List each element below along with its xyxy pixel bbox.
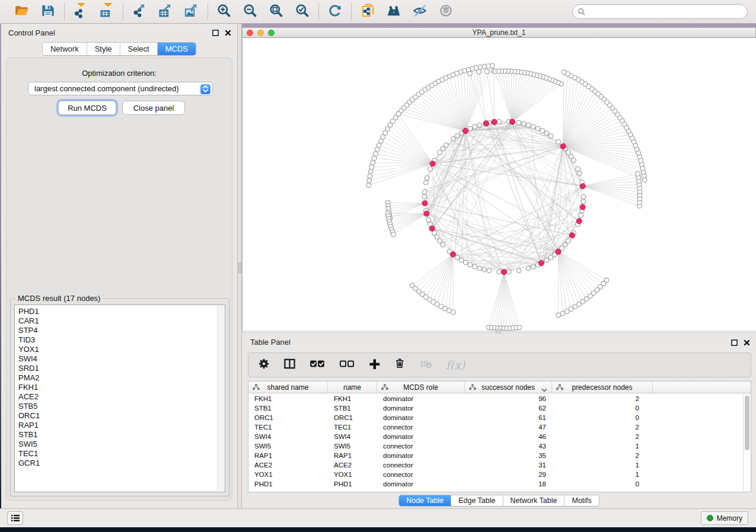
table-cell[interactable]: STB1 — [248, 403, 328, 413]
network-graph[interactable] — [243, 38, 756, 331]
import-table-button[interactable] — [98, 4, 115, 20]
result-node-item[interactable]: SWI5 — [15, 440, 225, 449]
table-cell[interactable] — [645, 432, 743, 441]
close-panel-button[interactable]: Close panel — [122, 101, 185, 115]
table-cell[interactable]: 47 — [465, 422, 552, 432]
table-row-ORC1[interactable]: ORC1ORC1dominator610 — [248, 413, 743, 422]
close-table-panel-icon[interactable] — [744, 338, 750, 348]
search-input[interactable] — [588, 8, 742, 16]
network-window-titlebar[interactable]: YPA_prune.txt_1 — [242, 27, 756, 38]
split-view-button[interactable] — [284, 358, 295, 372]
result-node-item[interactable]: SRD1 — [15, 364, 225, 373]
table-cell[interactable]: 0 — [552, 403, 645, 413]
table-cell[interactable] — [645, 413, 743, 422]
result-node-item[interactable]: YOX1 — [15, 345, 225, 354]
table-cell[interactable]: FKH1 — [328, 394, 377, 403]
tab-select[interactable]: Select — [120, 43, 157, 55]
result-node-item[interactable]: ORC1 — [15, 411, 225, 421]
table-cell[interactable]: dominator — [377, 413, 465, 422]
column-header-shared-name[interactable]: shared name — [248, 382, 328, 393]
binoculars-button[interactable] — [385, 4, 402, 20]
document-network-button[interactable] — [359, 4, 376, 20]
table-cell[interactable]: dominator — [377, 451, 465, 460]
eye-button[interactable] — [438, 4, 454, 20]
gear-button[interactable] — [258, 358, 270, 372]
result-list-scrollbar[interactable] — [217, 306, 224, 491]
table-cell[interactable]: dominator — [377, 432, 465, 441]
table-tab-edge-table[interactable]: Edge Table — [451, 495, 502, 506]
table-cell[interactable]: YOX1 — [328, 470, 377, 479]
result-node-item[interactable]: GCR1 — [15, 459, 225, 468]
save-session-button[interactable] — [40, 4, 56, 20]
column-header-name[interactable]: name — [328, 382, 377, 393]
table-cell[interactable]: 0 — [552, 479, 645, 489]
result-node-item[interactable]: STB1 — [15, 430, 225, 440]
column-header-predecessor-nodes[interactable]: predecessor nodes — [552, 382, 653, 393]
table-row-PHD1[interactable]: PHD1PHD1dominator180 — [248, 479, 743, 489]
table-row-SWI5[interactable]: SWI5SWI5connector431 — [248, 441, 743, 451]
table-cell[interactable]: 29 — [465, 470, 552, 479]
refresh-button[interactable] — [327, 4, 343, 20]
table-cell[interactable]: connector — [377, 470, 465, 479]
table-cell[interactable]: SWI5 — [248, 441, 328, 451]
export-image-button[interactable] — [183, 4, 200, 20]
table-cell[interactable] — [645, 403, 743, 413]
result-node-item[interactable]: FKH1 — [15, 383, 225, 392]
zoom-fit-button[interactable] — [268, 4, 285, 20]
table-cell[interactable]: 18 — [465, 479, 552, 489]
vertical-splitter[interactable] — [237, 24, 242, 508]
result-node-item[interactable]: ACE2 — [15, 392, 225, 402]
table-cell[interactable] — [645, 422, 743, 432]
vertical-splitter-handle[interactable] — [238, 262, 241, 273]
deselect-all-button[interactable] — [339, 356, 355, 374]
table-cell[interactable]: PHD1 — [328, 479, 377, 489]
result-node-item[interactable]: TEC1 — [15, 449, 225, 459]
table-cell[interactable]: TEC1 — [248, 422, 328, 432]
hide-view-button[interactable] — [412, 4, 428, 20]
table-cell[interactable] — [645, 451, 743, 460]
table-cell[interactable]: 1 — [552, 460, 645, 470]
result-node-item[interactable]: PMA2 — [15, 373, 225, 383]
table-row-YOX1[interactable]: YOX1YOX1connector291 — [248, 470, 743, 479]
table-cell[interactable]: 2 — [552, 394, 645, 403]
column-header-successor-nodes[interactable]: successor nodes — [465, 382, 552, 393]
result-node-item[interactable]: RAP1 — [15, 421, 225, 430]
table-cell[interactable]: 61 — [465, 413, 552, 422]
table-cell[interactable]: STB1 — [328, 403, 377, 413]
task-history-button[interactable] — [7, 511, 23, 525]
result-node-item[interactable]: STP4 — [15, 326, 225, 335]
table-cell[interactable]: connector — [377, 460, 465, 470]
table-cell[interactable]: 2 — [552, 451, 645, 460]
table-cell[interactable]: 46 — [465, 432, 552, 441]
table-cell[interactable]: 1 — [552, 470, 645, 479]
table-cell[interactable]: TEC1 — [328, 422, 377, 432]
float-panel-icon[interactable] — [212, 28, 219, 39]
table-cell[interactable]: 31 — [465, 460, 552, 470]
table-cell[interactable] — [645, 394, 743, 403]
run-mcds-button[interactable]: Run MCDS — [58, 101, 116, 115]
zoom-out-button[interactable] — [242, 4, 259, 20]
table-cell[interactable]: dominator — [377, 403, 465, 413]
select-all-button[interactable] — [310, 356, 325, 374]
table-cell[interactable]: SWI5 — [328, 441, 377, 451]
table-cell[interactable]: RAP1 — [328, 451, 377, 460]
table-tab-network-table[interactable]: Network Table — [503, 495, 564, 506]
tab-mcds[interactable]: MCDS — [157, 43, 196, 55]
close-panel-icon[interactable] — [225, 28, 231, 39]
open-folder-button[interactable] — [14, 4, 30, 20]
table-cell[interactable] — [645, 479, 743, 489]
optimization-criterion-select[interactable]: largest connected component (undirected) — [28, 82, 213, 95]
table-cell[interactable]: FKH1 — [248, 394, 328, 403]
table-cell[interactable]: ORC1 — [248, 413, 328, 422]
table-tab-node-table[interactable]: Node Table — [399, 495, 451, 506]
table-cell[interactable]: PHD1 — [248, 479, 328, 489]
mcds-result-list[interactable]: PHD1CAR1STP4TID3YOX1SWI4SRD1PMA2FKH1ACE2… — [14, 305, 225, 492]
table-cell[interactable] — [645, 441, 743, 451]
table-cell[interactable]: 35 — [465, 451, 552, 460]
table-row-TEC1[interactable]: TEC1TEC1connector472 — [248, 422, 743, 432]
table-cell[interactable]: 96 — [465, 394, 552, 403]
table-cell[interactable]: connector — [377, 441, 465, 451]
export-network-button[interactable] — [131, 4, 148, 20]
table-cell[interactable] — [645, 470, 743, 479]
import-network-button[interactable] — [72, 4, 89, 20]
